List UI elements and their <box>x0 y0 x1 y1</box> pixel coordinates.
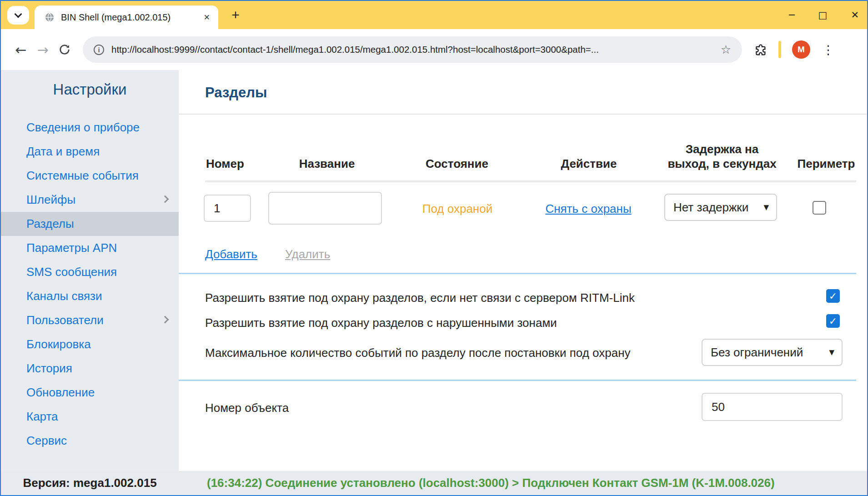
address-bar[interactable]: i http://localhost:9999//contact/contact… <box>83 36 742 63</box>
browser-tab[interactable]: BIN Shell (mega1.002.015) ✕ <box>35 5 218 29</box>
sidebar-item-sms[interactable]: SMS сообщения <box>1 260 179 284</box>
version-label: Версия: mega1.002.015 <box>1 471 179 495</box>
sidebar-item-channels[interactable]: Каналы связи <box>1 284 179 308</box>
browser-toolbar: ← → i http://localhost:9999//contact/con… <box>1 29 867 70</box>
divider <box>179 114 867 115</box>
max-events-select[interactable]: Без ограничений ▼ <box>702 339 843 366</box>
maximize-button[interactable]: □ <box>818 10 828 20</box>
object-number-label: Номер объекта <box>205 401 289 415</box>
col-header-name: Название <box>281 138 372 171</box>
delete-partition-link[interactable]: Удалить <box>285 247 330 261</box>
status-bar: Версия: mega1.002.015 (16:34:22) Соедине… <box>1 471 867 495</box>
divider <box>179 380 856 381</box>
col-header-action: Действие <box>543 138 634 171</box>
dropdown-arrow-icon: ▼ <box>829 348 834 356</box>
sidebar-item-zones[interactable]: Шлейфы <box>1 188 179 212</box>
partition-state: Под охраной <box>412 202 503 216</box>
profile-avatar[interactable]: M <box>792 40 810 59</box>
site-info-icon[interactable]: i <box>94 45 104 55</box>
chevron-right-icon <box>161 195 169 203</box>
col-header-delay: Задержка на выход, в секундах <box>662 138 783 171</box>
sidebar-title: Настройки <box>1 81 179 98</box>
sidebar-item-map[interactable]: Карта <box>1 405 179 429</box>
browser-menu-icon[interactable]: ⋮ <box>822 43 834 57</box>
tab-close-icon[interactable]: ✕ <box>204 13 210 22</box>
sidebar-item-date-time[interactable]: Дата и время <box>1 140 179 164</box>
col-header-perimeter: Периметр <box>781 138 868 171</box>
tab-search-button[interactable] <box>7 6 29 25</box>
browser-window: BIN Shell (mega1.002.015) ✕ + ─ □ ✕ ← → … <box>0 0 868 496</box>
forward-button[interactable]: → <box>32 42 54 58</box>
col-header-number: Номер <box>206 138 265 171</box>
sidebar-item-update[interactable]: Обновление <box>1 381 179 405</box>
connection-status: (16:34:22) Соединение установлено (local… <box>207 471 775 495</box>
extensions-button[interactable] <box>754 43 768 56</box>
settings-sidebar: Настройки Сведения о приборе Дата и врем… <box>1 70 179 471</box>
option-label-violated-zones: Разрешить взятие под охрану разделов с н… <box>205 316 557 330</box>
delay-select[interactable]: Нет задержки ▼ <box>664 194 777 221</box>
object-number-input[interactable] <box>702 393 843 421</box>
sidebar-item-lock[interactable]: Блокировка <box>1 332 179 356</box>
sidebar-item-system-events[interactable]: Системные события <box>1 164 179 188</box>
partition-name-input[interactable] <box>268 192 382 225</box>
add-partition-link[interactable]: Добавить <box>205 247 257 261</box>
checkmark-icon: ✓ <box>829 291 837 302</box>
sidebar-item-apn[interactable]: Параметры APN <box>1 236 179 260</box>
option-label-ritm-link: Разрешить взятие под охрану разделов, ес… <box>205 291 635 305</box>
close-window-button[interactable]: ✕ <box>851 10 859 20</box>
window-controls: ─ □ ✕ <box>789 1 859 29</box>
globe-favicon-icon <box>45 12 55 22</box>
partition-number-input[interactable] <box>204 195 251 222</box>
divider <box>205 180 856 182</box>
tab-title: BIN Shell (mega1.002.015) <box>61 12 204 23</box>
new-tab-button[interactable]: + <box>227 7 244 24</box>
arm-without-server-checkbox[interactable]: ✓ <box>826 289 840 303</box>
sidebar-nav: Сведения о приборе Дата и время Системны… <box>1 115 179 453</box>
arm-with-violated-zones-checkbox[interactable]: ✓ <box>826 314 840 328</box>
divider <box>179 273 856 274</box>
perimeter-checkbox[interactable]: ✓ <box>813 201 826 215</box>
partitions-page: Разделы Номер Название Состояние Действи… <box>179 70 867 471</box>
url-text[interactable]: http://localhost:9999//contact/contact-1… <box>111 44 715 55</box>
minimize-button[interactable]: ─ <box>789 10 795 20</box>
col-header-state: Состояние <box>411 138 502 171</box>
sidebar-item-users[interactable]: Пользователи <box>1 308 179 332</box>
reload-icon <box>58 43 71 56</box>
sidebar-item-partitions[interactable]: Разделы <box>1 212 179 236</box>
max-events-label: Максимальное количество событий по разде… <box>205 346 631 360</box>
partition-action-link[interactable]: Снять с охраны <box>543 202 634 216</box>
chevron-down-icon <box>15 10 22 18</box>
app-area: Настройки Сведения о приборе Дата и врем… <box>1 70 867 495</box>
sidebar-item-service[interactable]: Сервис <box>1 429 179 453</box>
reload-button[interactable] <box>54 43 75 56</box>
dropdown-arrow-icon: ▼ <box>763 203 769 211</box>
sidebar-item-history[interactable]: История <box>1 356 179 381</box>
checkmark-icon: ✓ <box>829 316 837 327</box>
tab-strip: BIN Shell (mega1.002.015) ✕ + ─ □ ✕ <box>1 1 867 29</box>
chevron-right-icon <box>161 316 169 323</box>
puzzle-icon <box>754 43 768 56</box>
sidebar-item-device-info[interactable]: Сведения о приборе <box>1 115 179 140</box>
back-button[interactable]: ← <box>10 42 32 58</box>
page-title: Разделы <box>205 85 267 101</box>
bookmark-star-icon[interactable]: ☆ <box>721 43 731 56</box>
theme-accent-bar <box>778 41 781 58</box>
